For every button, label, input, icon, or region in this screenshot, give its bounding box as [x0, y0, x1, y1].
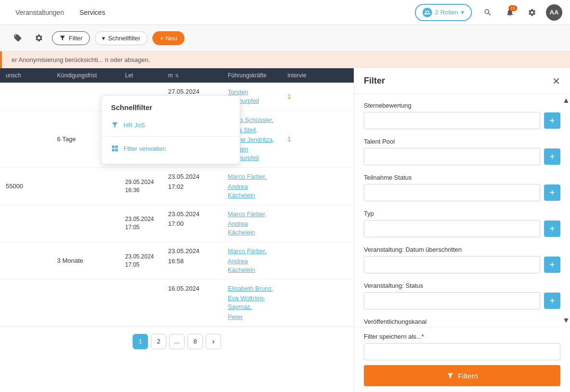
- schnellfilter-label: Schnellfilter: [108, 35, 140, 42]
- notifications-button[interactable]: 15: [502, 4, 518, 21]
- settings-button[interactable]: [524, 4, 540, 21]
- filter-section-veranstaltung-datum: Veranstaltung: Datum überschritten +: [364, 246, 560, 273]
- table-row: 55000 29.05.2024 16:36 23.05.2024 17:02 …: [0, 168, 354, 205]
- filter-label-sternebewertung: Sternebewertung: [364, 102, 560, 109]
- neu-label: + Neu: [160, 35, 177, 42]
- filter-panel-title: Filter: [364, 76, 385, 86]
- filter-add-teilnahme-status[interactable]: +: [544, 184, 560, 201]
- filter-input-talent-pool[interactable]: [364, 148, 540, 165]
- page-2-button[interactable]: 2: [151, 334, 166, 349]
- table-settings-icon[interactable]: [31, 30, 47, 46]
- svg-rect-3: [115, 149, 118, 151]
- notification-count: 15: [508, 5, 517, 11]
- filtern-label: Filtern: [458, 372, 478, 380]
- nav-veranstaltungen[interactable]: Veranstaltungen: [8, 0, 72, 25]
- cell-let: 23.05.2024 17:05: [119, 242, 162, 279]
- cell-wunsch: 55000: [0, 168, 51, 205]
- filter-input-veranstaltung-status[interactable]: [364, 292, 540, 309]
- cell-interview: 1: [282, 83, 354, 110]
- cell-interview: [282, 168, 354, 205]
- page-1-button[interactable]: 1: [133, 334, 148, 349]
- col-header-wunsch[interactable]: unsch: [0, 72, 51, 79]
- svg-rect-0: [112, 146, 114, 148]
- filter-save-input[interactable]: [364, 343, 560, 360]
- filter-manage-label: Filter verwalten: [124, 145, 166, 152]
- cell-wunsch: [0, 205, 51, 242]
- page-next-button[interactable]: ›: [206, 334, 221, 349]
- filter-input-row-teilnahme-status: +: [364, 184, 560, 201]
- pagination: 1 2 ... 8 ›: [0, 327, 354, 356]
- filter-input-veranstaltung-datum[interactable]: [364, 256, 540, 273]
- filter-add-typ[interactable]: +: [544, 220, 560, 237]
- avatar[interactable]: AA: [546, 4, 562, 21]
- filtern-button[interactable]: Filtern: [364, 365, 560, 386]
- filter-section-teilnahme-status: Teilnahme Status +: [364, 174, 560, 201]
- filter-input-sternebewertung[interactable]: [364, 112, 540, 129]
- filter-label-veroeff-kanal: Veröffentlichungskanal: [364, 318, 560, 325]
- schnellfilter-item-label: HR JoS: [124, 122, 145, 129]
- col-header-let[interactable]: Let: [119, 72, 162, 79]
- cell-let: [119, 280, 162, 326]
- filter-section-veranstaltung-status: Veranstaltung: Status +: [364, 282, 560, 309]
- filter-body: Sternebewertung + Talent Pool +: [354, 94, 570, 327]
- schnellfilter-popup: Schnellfilter HR JoS Filter verwalten: [101, 95, 240, 164]
- filter-add-veranstaltung-status[interactable]: +: [544, 293, 560, 309]
- col-header-kuendigungsfrist[interactable]: Kündigungsfrist: [51, 72, 119, 79]
- cell-date: 16.05.2024: [162, 280, 222, 326]
- filter-save-section: Filter speichern als...* Filtern: [354, 327, 570, 392]
- search-button[interactable]: [480, 4, 496, 21]
- header-icons: 15 AA: [480, 4, 562, 21]
- cell-wunsch: [0, 242, 51, 279]
- cell-wunsch: [0, 83, 51, 110]
- filter-panel-header: Filter ✕: [354, 68, 570, 94]
- col-header-date[interactable]: m ⇅: [162, 72, 222, 79]
- tags-icon[interactable]: [10, 30, 26, 46]
- filter-section-talent-pool: Talent Pool +: [364, 138, 560, 165]
- alert-text: er Anonymisierung berücksichti... n oder…: [12, 56, 150, 63]
- cell-kuendigungsfrist: [51, 205, 119, 242]
- svg-rect-1: [115, 146, 118, 148]
- main-header: Veranstaltungen Services 2 Rollen ▾ 15 A…: [0, 0, 570, 25]
- cell-interview: [282, 280, 354, 326]
- svg-rect-2: [112, 149, 114, 151]
- main-content: unsch Kündigungsfrist Let m ⇅ Führungskr…: [0, 68, 570, 392]
- col-header-fuehrungskraefte[interactable]: Führungskräfte: [222, 72, 282, 79]
- filter-label: Filter: [69, 35, 83, 42]
- neu-button[interactable]: + Neu: [152, 31, 185, 45]
- schnellfilter-button[interactable]: ▾ Schnellfilter: [95, 31, 148, 45]
- table-row: 3 Monate 23.05.2024 17:05 23.05.2024 16:…: [0, 242, 354, 280]
- filter-save-label: Filter speichern als...*: [364, 333, 560, 340]
- filter-label-veranstaltung-datum: Veranstaltung: Datum überschritten: [364, 246, 560, 253]
- toolbar: Filter ▾ Schnellfilter + Neu: [0, 25, 570, 51]
- filter-input-row-talent-pool: +: [364, 148, 560, 165]
- page-ellipsis: ...: [169, 334, 185, 349]
- cell-kuendigungsfrist: [51, 280, 119, 326]
- scroll-up-icon[interactable]: ▲: [562, 94, 570, 107]
- filter-add-sternebewertung[interactable]: +: [544, 112, 560, 129]
- filter-input-typ[interactable]: [364, 220, 540, 237]
- filter-label-teilnahme-status: Teilnahme Status: [364, 174, 560, 181]
- filter-add-veranstaltung-datum[interactable]: +: [544, 257, 560, 273]
- filter-manage-button[interactable]: Filter verwalten: [101, 141, 240, 156]
- schnellfilter-item-hrjos[interactable]: HR JoS: [101, 117, 240, 133]
- filter-close-button[interactable]: ✕: [552, 76, 560, 86]
- roles-label: 2 Rollen: [435, 9, 458, 16]
- filter-input-row-sternebewertung: +: [364, 112, 560, 129]
- cell-fuehrungskraefte: Marco Färber, Andrea Kächelein: [222, 205, 282, 242]
- roles-button[interactable]: 2 Rollen ▾: [415, 4, 472, 21]
- filter-input-row-veranstaltung-status: +: [364, 292, 560, 309]
- cell-fuehrungskraefte: Marco Färber, Andrea Kächelein: [222, 168, 282, 205]
- filter-button[interactable]: Filter: [52, 31, 90, 45]
- filter-input-row-veranstaltung-datum: +: [364, 256, 560, 273]
- page-8-button[interactable]: 8: [187, 334, 203, 349]
- filter-add-talent-pool[interactable]: +: [544, 148, 560, 165]
- filter-section-veroeff-kanal: Veröffentlichungskanal +: [364, 318, 560, 327]
- cell-date: 23.05.2024 17:00: [162, 205, 222, 242]
- filter-input-teilnahme-status[interactable]: [364, 184, 540, 201]
- table-header-row: unsch Kündigungsfrist Let m ⇅ Führungskr…: [0, 68, 354, 83]
- cell-fuehrungskraefte: Elisabeth Bruns, Eva Woltring-Saymaz, Pe…: [222, 280, 282, 326]
- cell-kuendigungsfrist: 3 Monate: [51, 242, 119, 279]
- scroll-down-icon[interactable]: ▼: [562, 314, 570, 327]
- nav-services[interactable]: Services: [72, 0, 113, 25]
- col-header-interview[interactable]: Intervie: [282, 72, 354, 79]
